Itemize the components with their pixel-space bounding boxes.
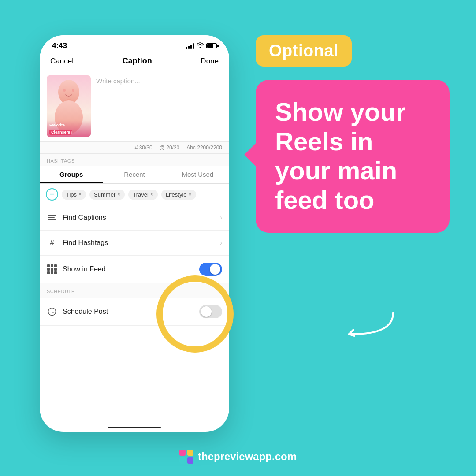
counter-row: # 30/30 @ 20/20 Abc 2200/2200 — [40, 142, 229, 154]
nav-bar: Cancel Caption Done — [40, 53, 229, 71]
battery-icon — [206, 43, 217, 48]
brand-url: thepreviewapp.com — [198, 450, 297, 463]
clock-icon — [47, 306, 57, 317]
signal-icon — [186, 43, 194, 49]
cancel-button[interactable]: Cancel — [50, 57, 74, 66]
tag-tips[interactable]: Tips × — [62, 190, 86, 200]
mention-counter: @ 20/20 — [160, 145, 180, 151]
phone-mockup: 4:43 Cancel Caption — [40, 35, 229, 432]
find-captions-label: Find Captions — [63, 214, 220, 222]
find-captions-item[interactable]: Find Captions › — [40, 205, 229, 231]
hashtag-tabs: Groups Recent Most Used — [40, 166, 229, 184]
optional-text: Optional — [269, 41, 338, 60]
tab-groups[interactable]: Groups — [40, 166, 103, 183]
schedule-label: SCHEDULE — [40, 283, 229, 298]
svg-rect-7 — [187, 450, 193, 456]
svg-rect-8 — [179, 457, 186, 464]
find-hashtags-item[interactable]: # Find Hashtags › — [40, 231, 229, 256]
tags-row: + Tips × Summer × Travel × Lifestyle × — [40, 184, 229, 205]
status-time: 4:43 — [52, 41, 67, 50]
bubble-text: Show yourReels inyour mainfeed too — [275, 97, 432, 215]
char-counter: Abc 2200/2200 — [186, 145, 222, 151]
grid-icon — [47, 264, 57, 275]
tab-most-used[interactable]: Most Used — [166, 166, 229, 183]
thumbnail-edit-button[interactable]: Edit — [65, 130, 72, 135]
caption-input[interactable]: Write caption... — [96, 75, 222, 137]
svg-point-4 — [72, 89, 74, 92]
show-in-feed-label: Show in Feed — [63, 265, 199, 273]
hash-icon: # — [47, 238, 57, 248]
caption-area: Favorite Cleansers Edit Write caption... — [40, 71, 229, 142]
show-in-feed-toggle[interactable] — [199, 263, 222, 276]
home-indicator — [108, 427, 161, 428]
wifi-icon — [197, 42, 204, 49]
done-button[interactable]: Done — [201, 57, 219, 66]
tab-recent[interactable]: Recent — [103, 166, 166, 183]
right-content: Optional Show yourReels inyour mainfeed … — [256, 35, 450, 250]
svg-rect-6 — [179, 450, 186, 456]
add-tag-button[interactable]: + — [46, 188, 58, 201]
arrow-indicator — [345, 309, 398, 341]
svg-rect-9 — [187, 457, 193, 464]
tag-travel[interactable]: Travel × — [128, 190, 158, 200]
hashtags-label: HASHTAGS — [40, 154, 229, 166]
show-in-feed-item[interactable]: Show in Feed — [40, 256, 229, 283]
svg-point-3 — [63, 89, 66, 92]
schedule-post-item[interactable]: Schedule Post — [40, 298, 229, 326]
lines-icon — [47, 212, 57, 223]
tag-summer[interactable]: Summer × — [89, 190, 125, 200]
schedule-post-label: Schedule Post — [63, 308, 199, 316]
nav-title: Caption — [123, 56, 152, 66]
arrow-right-icon-2: › — [220, 239, 222, 247]
status-bar: 4:43 — [40, 35, 229, 53]
hashtag-counter: # 30/30 — [135, 145, 152, 151]
svg-point-2 — [67, 99, 71, 100]
arrow-right-icon: › — [220, 214, 222, 222]
optional-badge: Optional — [256, 35, 352, 67]
post-thumbnail: Favorite Cleansers Edit — [47, 75, 91, 137]
find-hashtags-label: Find Hashtags — [63, 239, 220, 247]
bubble-notch — [244, 143, 257, 167]
status-icons — [186, 42, 217, 49]
brand-logo-icon — [179, 450, 193, 464]
thumbnail-favorite: Favorite — [49, 123, 88, 127]
schedule-post-toggle[interactable] — [199, 305, 222, 318]
tag-lifestyle[interactable]: Lifestyle × — [161, 190, 196, 200]
brand-footer: thepreviewapp.com — [179, 450, 297, 464]
speech-bubble: Show yourReels inyour mainfeed too — [256, 80, 450, 233]
